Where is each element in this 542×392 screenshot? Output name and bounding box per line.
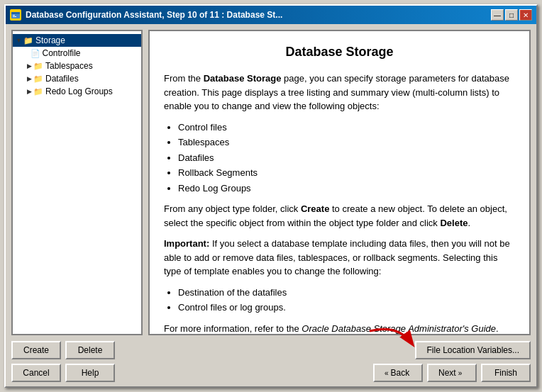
finish-button[interactable]: Finish: [481, 364, 531, 382]
content-panel: Database Storage From the Database Stora…: [148, 30, 531, 335]
expand-storage-icon: ▼: [16, 37, 22, 44]
page-title: Database Storage: [164, 43, 515, 62]
content-area: ▼ 📁 Storage 📄 Controlfile ▶ 📁 Tablespace…: [6, 24, 536, 341]
list-item-rollback: Rollback Segments: [178, 166, 515, 180]
list-item-datafiles: Datafiles: [178, 151, 515, 165]
svg-rect-3: [13, 16, 16, 17]
list-item-controlfiles: Control files: [178, 121, 515, 135]
reference-paragraph: For more information, refer to the Oracl…: [164, 322, 515, 336]
folder-redolog-icon: 📁: [33, 87, 43, 96]
folder-datafiles-icon: 📁: [33, 74, 43, 84]
list-item-redolog: Redo Log Groups: [178, 181, 515, 196]
next-button[interactable]: Next »: [427, 364, 477, 382]
action-row: Create Delete File Location Variables...: [6, 341, 536, 359]
svg-rect-1: [11, 12, 20, 14]
help-button[interactable]: Help: [65, 364, 115, 382]
bold-important: Important:: [164, 238, 209, 249]
main-window: Database Configuration Assistant, Step 1…: [4, 4, 538, 388]
italic-guide: Oracle Database Storage Administrator's …: [302, 323, 496, 334]
action-paragraph: From any object type folder, click Creat…: [164, 202, 515, 230]
svg-rect-2: [13, 15, 15, 16]
back-button[interactable]: « Back: [373, 364, 423, 382]
expand-datafiles-icon: ▶: [27, 75, 32, 82]
window-title: Database Configuration Assistant, Step 1…: [26, 10, 282, 20]
tree-panel: ▼ 📁 Storage 📄 Controlfile ▶ 📁 Tablespace…: [11, 30, 143, 335]
bold-delete: Delete: [440, 218, 468, 228]
close-button[interactable]: ✕: [519, 9, 532, 21]
file-location-button[interactable]: File Location Variables...: [415, 341, 531, 359]
tree-item-tablespaces[interactable]: ▶ 📁 Tablespaces: [13, 60, 141, 72]
navigation-row: Cancel Help « Back Next » Finish: [6, 359, 536, 386]
important-paragraph: Important: If you select a database temp…: [164, 237, 515, 279]
maximize-button[interactable]: □: [505, 9, 518, 21]
template-list: Destination of the datafiles Control fil…: [178, 286, 515, 315]
create-delete-group: Create Delete: [11, 341, 115, 359]
delete-button[interactable]: Delete: [65, 341, 115, 359]
tree-item-datafiles[interactable]: ▶ 📁 Datafiles: [13, 72, 141, 85]
tree-label-tablespaces: Tablespaces: [45, 61, 93, 71]
list-item-destination: Destination of the datafiles: [178, 286, 515, 300]
nav-left-group: Cancel Help: [11, 364, 115, 382]
tree-item-redolog[interactable]: ▶ 📁 Redo Log Groups: [13, 85, 141, 98]
expand-tablespaces-icon: ▶: [27, 62, 32, 69]
folder-tablespaces-icon: 📁: [33, 62, 43, 71]
app-icon: [10, 9, 21, 21]
tree-label-storage: Storage: [35, 35, 65, 45]
tree-label-redolog: Redo Log Groups: [45, 86, 113, 96]
objects-list: Control files Tablespaces Datafiles Roll…: [178, 121, 515, 196]
tree-label-controlfile: Controlfile: [43, 48, 81, 58]
expand-redolog-icon: ▶: [27, 88, 32, 95]
tree-item-storage[interactable]: ▼ 📁 Storage: [13, 34, 141, 47]
file-controlfile-icon: 📄: [31, 49, 40, 58]
title-controls: — □ ✕: [491, 9, 532, 21]
tree-label-datafiles: Datafiles: [45, 74, 79, 84]
bold-storage: Database Storage: [204, 73, 282, 84]
title-bar-left: Database Configuration Assistant, Step 1…: [10, 9, 282, 21]
minimize-button[interactable]: —: [491, 9, 504, 21]
list-item-tablespaces: Tablespaces: [178, 135, 515, 150]
create-button[interactable]: Create: [11, 341, 61, 359]
list-item-controlfiles2: Control files or log groups.: [178, 301, 515, 315]
expand-controlfile-icon: [27, 50, 29, 57]
title-bar: Database Configuration Assistant, Step 1…: [6, 6, 536, 24]
file-location-group: File Location Variables...: [415, 341, 531, 359]
nav-right-group: « Back Next » Finish: [373, 364, 531, 382]
folder-storage-icon: 📁: [23, 36, 33, 45]
bold-create: Create: [301, 203, 329, 214]
back-chevron-icon: «: [385, 369, 389, 377]
next-chevron-icon: »: [458, 369, 463, 377]
tree-item-controlfile[interactable]: 📄 Controlfile: [13, 47, 141, 60]
cancel-button[interactable]: Cancel: [11, 364, 61, 382]
intro-paragraph: From the Database Storage page, you can …: [164, 72, 515, 113]
